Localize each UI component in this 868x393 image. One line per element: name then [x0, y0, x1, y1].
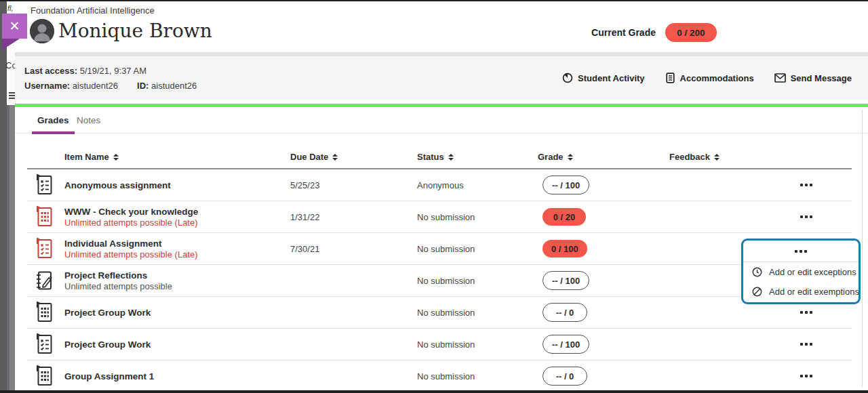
last-access-line: Last access: 5/19/21, 9:37 AM	[24, 64, 197, 79]
hamburger-icon	[9, 92, 15, 100]
more-options-button[interactable]	[795, 304, 817, 320]
row-context-menu: Add or edit exceptions Add or edit exemp…	[741, 239, 861, 304]
item-name[interactable]: Project Group Work	[64, 307, 151, 318]
item-name[interactable]: Project Reflections	[64, 270, 172, 281]
grade-pill[interactable]: -- / 100	[542, 335, 589, 354]
table-row[interactable]: Project Reflections Unlimited attempts p…	[27, 265, 852, 297]
tab-notes[interactable]: Notes	[77, 107, 100, 133]
table-row[interactable]: Group Assignment 1 No submission -- / 0	[27, 360, 852, 392]
grade-pill[interactable]: 0 / 20	[542, 208, 586, 226]
tab-bar: Grades Notes	[15, 107, 868, 133]
grade-pill[interactable]: -- / 0	[542, 303, 587, 322]
accommodations-button[interactable]: Accommodations	[665, 73, 754, 83]
grade-pill[interactable]: -- / 100	[542, 175, 589, 194]
action-label: Send Message	[791, 73, 852, 83]
close-x-icon: ✕	[9, 18, 20, 34]
item-name[interactable]: WWW - Check your knowledge	[64, 206, 198, 218]
panel-header: Foundation Artificial Intelligence Moniq…	[15, 1, 868, 52]
window-bottom-edge	[0, 390, 868, 393]
sort-icon	[448, 154, 454, 161]
menu-item-add-edit-exceptions[interactable]: Add or edit exceptions	[743, 262, 859, 282]
send-message-button[interactable]: Send Message	[774, 73, 852, 83]
scrollbar-track[interactable]	[862, 110, 863, 388]
grid-test-icon	[35, 302, 55, 323]
background-page-sliver: fl, Co	[0, 0, 15, 393]
status-cell: No submission	[417, 212, 475, 222]
item-name-cell: Project Reflections Unlimited attempts p…	[64, 270, 172, 292]
student-name: Monique Brown	[58, 20, 212, 42]
item-name[interactable]: Group Assignment 1	[64, 371, 154, 382]
status-cell: No submission	[417, 371, 475, 381]
checklist-assignment-icon	[35, 238, 55, 260]
grade-pill[interactable]: 0 / 100	[542, 240, 587, 257]
grades-table: Item Name Due Date Status Grade Feedback…	[27, 133, 852, 392]
more-options-button[interactable]	[795, 209, 817, 225]
table-row[interactable]: WWW - Check your knowledge Unlimited att…	[27, 201, 852, 233]
current-grade-pill[interactable]: 0 / 200	[665, 23, 717, 42]
menu-item-add-edit-exemptions[interactable]: Add or edit exemptions	[743, 282, 859, 302]
item-name[interactable]: Anonymous assignment	[64, 180, 171, 191]
background-gray-strip	[9, 105, 15, 393]
column-header-feedback[interactable]: Feedback	[669, 152, 719, 162]
table-row[interactable]: Anonymous assignment 5/25/23 Anonymous -…	[27, 169, 852, 201]
activity-pie-icon	[562, 73, 573, 83]
more-options-button[interactable]	[795, 368, 817, 384]
action-label: Student Activity	[578, 73, 644, 83]
background-text-fragment: Co	[5, 60, 15, 70]
more-options-button[interactable]	[795, 336, 817, 352]
action-label: Accommodations	[680, 73, 754, 83]
window-top-edge	[0, 0, 868, 1]
ellipsis-icon	[800, 311, 803, 314]
column-header-due-date[interactable]: Due Date	[290, 152, 338, 162]
sort-icon	[568, 154, 573, 161]
close-panel-button[interactable]: ✕	[2, 14, 27, 39]
column-header-grade[interactable]: Grade	[538, 152, 573, 162]
clock-icon	[752, 267, 762, 277]
status-cell: No submission	[417, 308, 475, 318]
grades-table-header: Item Name Due Date Status Grade Feedback	[27, 133, 852, 169]
background-dark-strip	[0, 0, 7, 393]
grid-test-icon	[35, 206, 55, 228]
table-row[interactable]: Project Group Work No submission -- / 0	[27, 297, 852, 329]
ellipsis-icon	[800, 215, 803, 218]
item-name-cell: Group Assignment 1	[64, 371, 154, 382]
prohibit-icon	[752, 287, 762, 297]
ellipsis-icon	[800, 184, 803, 186]
item-subtext: Unlimited attempts possible (Late)	[64, 249, 198, 260]
item-name-cell: Project Group Work	[64, 339, 151, 350]
table-row[interactable]: Project Group Work No submission -- / 10…	[27, 329, 852, 360]
grid-test-icon	[35, 365, 55, 387]
student-activity-button[interactable]: Student Activity	[562, 73, 644, 83]
course-title: Foundation Artificial Intelligence	[31, 5, 155, 16]
more-options-button[interactable]	[743, 241, 859, 262]
item-subtext: Unlimited attempts possible (Late)	[64, 218, 198, 228]
item-name[interactable]: Project Group Work	[64, 339, 151, 350]
close-button-ribbon-fold	[2, 39, 20, 50]
status-cell: Anonymous	[417, 180, 464, 190]
tab-grades[interactable]: Grades	[37, 107, 69, 133]
panel-body: Foundation Artificial Intelligence Moniq…	[15, 1, 868, 390]
background-text-fragment: fl,	[7, 4, 15, 12]
sort-icon	[714, 154, 719, 161]
table-row[interactable]: Individual Assignment Unlimited attempts…	[27, 233, 852, 265]
accommodations-doc-icon	[665, 73, 675, 83]
item-subtext: Unlimited attempts possible	[64, 281, 172, 292]
username-id-line: Username: aistudent26ID: aistudent26	[24, 79, 197, 94]
grade-pill[interactable]: -- / 0	[542, 367, 587, 386]
ellipsis-icon	[795, 250, 797, 253]
status-cell: No submission	[417, 339, 475, 350]
column-header-status[interactable]: Status	[417, 152, 454, 162]
person-silhouette-icon	[30, 19, 54, 43]
envelope-icon	[774, 73, 786, 83]
avatar	[30, 19, 54, 43]
due-date-cell: 7/30/21	[290, 244, 319, 254]
more-options-button[interactable]	[795, 177, 817, 193]
grades-table-body: Anonymous assignment 5/25/23 Anonymous -…	[27, 169, 852, 392]
column-header-item-name[interactable]: Item Name	[64, 152, 119, 162]
status-cell: No submission	[417, 244, 475, 254]
grade-pill[interactable]: -- / 100	[542, 271, 589, 290]
item-name[interactable]: Individual Assignment	[64, 238, 198, 249]
sort-icon	[332, 154, 338, 161]
status-cell: No submission	[417, 276, 475, 286]
due-date-cell: 1/31/22	[290, 212, 319, 222]
